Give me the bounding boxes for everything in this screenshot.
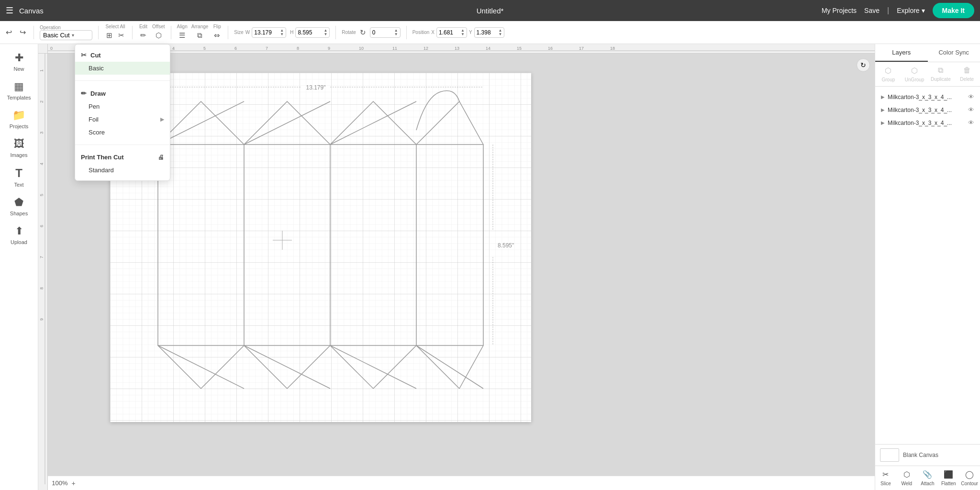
svg-text:7: 7 bbox=[266, 46, 268, 51]
svg-text:16: 16 bbox=[548, 46, 553, 51]
svg-text:13.179": 13.179" bbox=[306, 84, 326, 91]
printer-icon: 🖨 bbox=[158, 154, 164, 161]
contour-label: Contour bbox=[961, 481, 978, 486]
ruler-top: 0 1 2 3 4 5 6 7 8 9 10 11 12 13 14 15 16… bbox=[48, 44, 875, 54]
upload-icon: ⬆ bbox=[15, 225, 23, 237]
flip-button[interactable]: ⇔ bbox=[212, 30, 222, 41]
canvas-title: Untitled* bbox=[477, 7, 504, 15]
layer-chevron-1: ▶ bbox=[881, 107, 885, 112]
operation-label: Operation bbox=[40, 25, 92, 30]
cut-section-label: Cut bbox=[90, 52, 101, 59]
arrange-button[interactable]: ⧉ bbox=[195, 30, 204, 41]
slice-button[interactable]: ✂ Slice bbox=[875, 466, 896, 490]
undo-button[interactable]: ↩ bbox=[4, 26, 14, 39]
select-all-section: Select All ⊞ ✂ bbox=[104, 24, 126, 41]
blank-canvas-label: Blank Canvas bbox=[903, 452, 938, 458]
pos-x-down[interactable]: ▼ bbox=[461, 33, 465, 36]
sidebar-item-upload[interactable]: ⬆ Upload bbox=[2, 221, 36, 249]
svg-text:6: 6 bbox=[39, 225, 44, 227]
foil-item[interactable]: Foil ▶ bbox=[75, 113, 170, 126]
pen-item[interactable]: Pen bbox=[75, 100, 170, 113]
make-it-button[interactable]: Make It bbox=[933, 3, 974, 18]
edit-button[interactable]: ✏ bbox=[138, 30, 148, 41]
layer-eye-0[interactable]: 👁 bbox=[968, 93, 974, 100]
attach-button[interactable]: 📎 Attach bbox=[917, 466, 938, 490]
rotate-input[interactable] bbox=[372, 29, 393, 36]
weld-button[interactable]: ⬡ Weld bbox=[896, 466, 917, 490]
scissors-icon: ✂ bbox=[81, 51, 87, 59]
delete-icon: 🗑 bbox=[963, 66, 971, 75]
flatten-icon: ⬛ bbox=[944, 470, 953, 479]
select-mode-button[interactable]: ✂ bbox=[116, 30, 126, 41]
right-bottom-actions: ✂ Slice ⬡ Weld 📎 Attach ⬛ Flatten ◯ C bbox=[875, 466, 980, 490]
sidebar-label-new: New bbox=[13, 66, 24, 72]
align-section: Align ☰ bbox=[177, 24, 188, 41]
select-all-label: Select All bbox=[105, 24, 125, 29]
sidebar-item-new[interactable]: ✚ New bbox=[2, 48, 36, 76]
sidebar-item-images[interactable]: 🖼 Images bbox=[2, 134, 36, 162]
standard-item[interactable]: Standard bbox=[75, 164, 170, 177]
shapes-icon: ⬟ bbox=[14, 196, 23, 209]
layer-eye-1[interactable]: 👁 bbox=[968, 106, 974, 113]
flatten-button[interactable]: ⬛ Flatten bbox=[938, 466, 959, 490]
layer-item-1[interactable]: ▶ Milkcarton-3_x_3_x_4_... 👁 bbox=[879, 103, 976, 116]
svg-text:8.595": 8.595" bbox=[498, 242, 514, 249]
rotate-down[interactable]: ▼ bbox=[394, 33, 398, 36]
save-button[interactable]: Save bbox=[864, 7, 880, 14]
topbar: ☰ Canvas Untitled* My Projects Save | Ex… bbox=[0, 0, 980, 21]
svg-text:1: 1 bbox=[39, 69, 44, 72]
align-button[interactable]: ☰ bbox=[177, 30, 187, 41]
operation-select[interactable]: Basic Cut ▾ bbox=[40, 30, 92, 40]
refresh-button[interactable]: ↻ bbox=[857, 58, 870, 72]
standard-label: Standard bbox=[89, 167, 114, 174]
size-h-input[interactable] bbox=[298, 29, 323, 36]
right-bottom: Blank Canvas ✂ Slice ⬡ Weld 📎 Attach ⬛ F… bbox=[875, 444, 980, 490]
duplicate-button[interactable]: ⧉ Duplicate bbox=[928, 62, 954, 86]
canvas-content[interactable]: 13.179" bbox=[48, 54, 875, 476]
select-all-button[interactable]: ⊞ bbox=[104, 30, 114, 41]
score-item[interactable]: Score bbox=[75, 126, 170, 139]
operation-chevron-icon: ▾ bbox=[72, 33, 74, 38]
tab-color-sync[interactable]: Color Sync bbox=[928, 44, 980, 62]
blank-canvas-row: Blank Canvas bbox=[875, 445, 980, 466]
arrange-label: Arrange bbox=[191, 24, 209, 29]
tab-layers[interactable]: Layers bbox=[875, 44, 928, 62]
sidebar-item-text[interactable]: T Text bbox=[2, 163, 36, 191]
svg-text:5: 5 bbox=[203, 46, 206, 51]
layer-item-0[interactable]: ▶ Milkcarton-3_x_3_x_4_... 👁 bbox=[879, 90, 976, 103]
sidebar-item-templates[interactable]: ▦ Templates bbox=[2, 77, 36, 104]
size-w-input[interactable] bbox=[254, 29, 279, 36]
rotate-label: Rotate bbox=[342, 30, 356, 35]
layer-name-1: Milkcarton-3_x_3_x_4_... bbox=[888, 107, 965, 113]
pos-y-down[interactable]: ▼ bbox=[499, 33, 502, 36]
layer-item-2[interactable]: ▶ Milkcarton-3_x_3_x_4_... 👁 bbox=[879, 116, 976, 129]
cut-section: ✂ Cut Basic bbox=[75, 45, 170, 78]
group-button[interactable]: ⬡ Group bbox=[875, 62, 902, 86]
pos-x-input[interactable] bbox=[439, 29, 460, 36]
sidebar-item-shapes[interactable]: ⬟ Shapes bbox=[2, 192, 36, 220]
pos-y-input[interactable] bbox=[477, 29, 498, 36]
layer-eye-2[interactable]: 👁 bbox=[968, 119, 974, 126]
contour-button[interactable]: ◯ Contour bbox=[959, 466, 980, 490]
operation-value: Basic Cut bbox=[43, 32, 70, 39]
pos-y-label: Y bbox=[469, 30, 472, 35]
redo-button[interactable]: ↪ bbox=[18, 26, 28, 39]
sidebar-item-projects[interactable]: 📁 Projects bbox=[2, 105, 36, 133]
layer-items: ▶ Milkcarton-3_x_3_x_4_... 👁 ▶ Milkcarto… bbox=[875, 87, 980, 444]
zoom-in-button[interactable]: + bbox=[71, 479, 75, 487]
my-projects-link[interactable]: My Projects bbox=[822, 7, 857, 14]
ungroup-icon: ⬡ bbox=[911, 66, 918, 75]
explore-button[interactable]: Explore ▾ bbox=[897, 7, 924, 14]
rotate-icon-button[interactable]: ↻ bbox=[358, 27, 368, 38]
hamburger-icon[interactable]: ☰ bbox=[6, 5, 13, 16]
size-w-down[interactable]: ▼ bbox=[280, 33, 284, 36]
basic-cut-item[interactable]: Basic bbox=[75, 62, 170, 75]
svg-text:7: 7 bbox=[39, 256, 44, 258]
size-h-down[interactable]: ▼ bbox=[323, 33, 327, 36]
text-icon: T bbox=[15, 167, 22, 180]
ungroup-button[interactable]: ⬡ UnGroup bbox=[902, 62, 928, 86]
offset-button[interactable]: ⬡ bbox=[154, 30, 164, 41]
canvas-svg: 13.179" bbox=[110, 73, 531, 422]
delete-button[interactable]: 🗑 Delete bbox=[954, 62, 980, 86]
svg-text:15: 15 bbox=[517, 46, 522, 51]
